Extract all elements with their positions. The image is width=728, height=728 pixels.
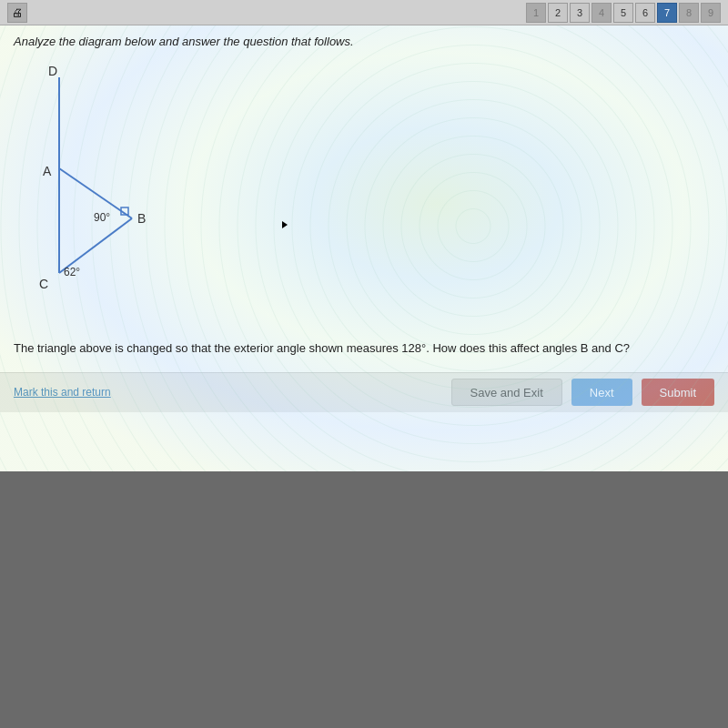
instruction-text: Analyze the diagram below and answer the…: [14, 35, 714, 48]
question-text: The triangle above is changed so that th…: [14, 339, 714, 365]
diagram-svg: D A B C 90° 62°: [14, 59, 268, 323]
svg-text:B: B: [137, 211, 146, 226]
svg-text:62°: 62°: [64, 266, 80, 278]
nav-num-7[interactable]: 7: [657, 3, 677, 23]
nav-num-8[interactable]: 8: [679, 3, 699, 23]
nav-numbers: 1 2 3 4 5 6 7 8 9: [526, 3, 721, 23]
nav-num-3[interactable]: 3: [570, 3, 590, 23]
nav-num-1[interactable]: 1: [526, 3, 546, 23]
content-area: Analyze the diagram below and answer the…: [0, 25, 728, 372]
main-content: Analyze the diagram below and answer the…: [0, 25, 728, 471]
nav-num-5[interactable]: 5: [613, 3, 633, 23]
mouse-cursor: [282, 221, 288, 228]
svg-line-2: [59, 218, 132, 273]
nav-num-6[interactable]: 6: [635, 3, 655, 23]
svg-text:90°: 90°: [94, 211, 110, 224]
svg-text:D: D: [48, 64, 57, 78]
nav-num-2[interactable]: 2: [548, 3, 568, 23]
print-icon[interactable]: 🖨: [7, 3, 27, 23]
svg-text:C: C: [39, 277, 48, 291]
diagram-container: D A B C 90° 62°: [14, 59, 714, 332]
gray-area: [0, 471, 728, 728]
nav-num-4[interactable]: 4: [592, 3, 612, 23]
screen: 🖨 1 2 3 4 5 6 7 8 9 Analyze the diagram …: [0, 0, 728, 728]
toolbar: 🖨 1 2 3 4 5 6 7 8 9: [0, 0, 728, 25]
svg-text:A: A: [43, 164, 52, 178]
nav-num-9[interactable]: 9: [701, 3, 721, 23]
